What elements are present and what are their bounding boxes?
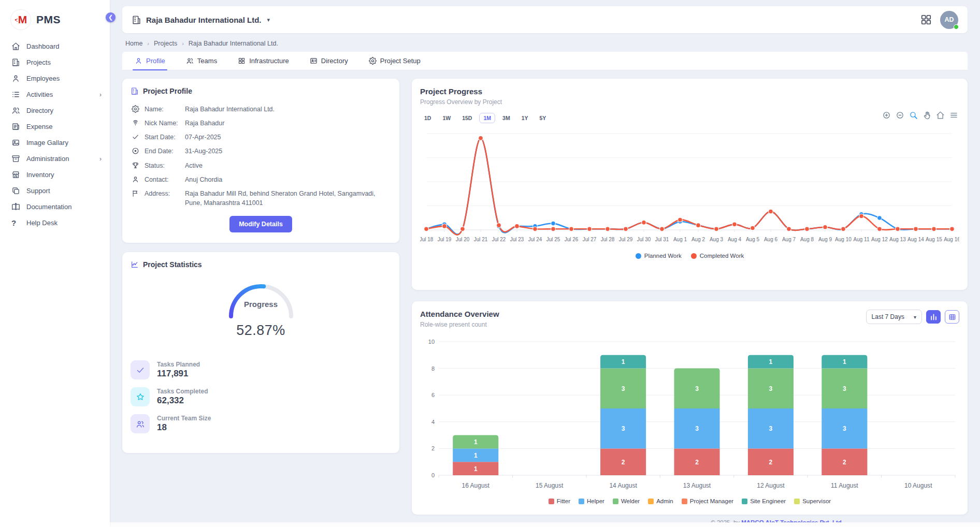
svg-text:Jul 24: Jul 24	[528, 237, 542, 242]
svg-text:Aug 13: Aug 13	[889, 237, 906, 242]
stat-item-tasks-completed: Tasks Completed62,332	[131, 387, 391, 406]
svg-text:2: 2	[431, 445, 435, 451]
breadcrumb-separator: ›	[182, 40, 184, 47]
svg-text:Aug 3: Aug 3	[710, 237, 724, 242]
range-button-5y[interactable]: 5Y	[535, 113, 550, 123]
sidebar-item-directory[interactable]: Directory	[0, 103, 110, 119]
stat-item-current-team-size: Current Team Size18	[131, 414, 391, 433]
tab-infrastructure[interactable]: Infrastructure	[238, 52, 289, 70]
svg-text:3: 3	[695, 425, 699, 432]
legend-item-admin[interactable]: Admin	[648, 498, 673, 504]
sidebar-collapse-button[interactable]: ❮	[106, 12, 116, 22]
range-button-1w[interactable]: 1W	[438, 113, 455, 123]
profile-field-name: Name:Raja Bahadur International Ltd.	[131, 105, 391, 114]
svg-text:1: 1	[474, 452, 478, 459]
zoom-in-icon[interactable]	[882, 111, 891, 120]
progress-card-subtitle: Progress Overview by Project	[420, 98, 959, 106]
legend-item-site-engineer[interactable]: Site Engineer	[742, 498, 786, 504]
date-range-select[interactable]: Last 7 Days ▾	[866, 310, 922, 324]
sidebar-item-support[interactable]: Support	[0, 183, 110, 199]
sidebar-item-projects[interactable]: Projects	[0, 54, 110, 70]
svg-text:Aug 2: Aug 2	[691, 237, 705, 242]
svg-text:3: 3	[622, 385, 625, 392]
apps-grid-icon[interactable]	[920, 14, 932, 25]
receipt-icon	[11, 122, 20, 131]
legend-item-completed-work[interactable]: Completed Work	[691, 253, 744, 259]
legend-item-helper[interactable]: Helper	[579, 498, 604, 504]
sidebar-item-help-desk[interactable]: ?Help Desk	[0, 215, 110, 231]
legend-item-welder[interactable]: Welder	[613, 498, 640, 504]
field-label: Nick Name:	[145, 119, 185, 128]
range-button-1d[interactable]: 1D	[420, 113, 435, 123]
bar-view-button[interactable]	[926, 310, 941, 324]
zoom-out-icon[interactable]	[896, 111, 904, 120]
svg-text:10 August: 10 August	[904, 482, 932, 489]
range-button-15d[interactable]: 15D	[458, 113, 476, 123]
field-label: Name:	[145, 105, 185, 114]
svg-text:Jul 22: Jul 22	[492, 237, 506, 242]
sidebar-item-expense[interactable]: Expense	[0, 119, 110, 135]
profile-field-start-date: Start Date:07-Apr-2025	[131, 133, 391, 142]
store-icon	[11, 170, 20, 179]
magnifier-icon[interactable]	[909, 111, 918, 120]
sidebar-item-label: Support	[26, 187, 50, 195]
menu-icon[interactable]	[949, 111, 958, 120]
tabs-bar: ProfileTeamsInfrastructureDirectoryProje…	[122, 52, 968, 70]
breadcrumb-home[interactable]: Home	[125, 40, 142, 47]
company-selector[interactable]: Raja Bahadur International Ltd. ▾	[132, 15, 270, 25]
tab-project-setup[interactable]: Project Setup	[369, 52, 421, 70]
sidebar-item-inventory[interactable]: Inventory	[0, 167, 110, 183]
stat-value: 18	[157, 422, 211, 433]
breadcrumb-projects[interactable]: Projects	[154, 40, 177, 47]
legend-item-planned-work[interactable]: Planned Work	[636, 253, 682, 259]
sidebar-item-documentation[interactable]: Documentation	[0, 199, 110, 215]
svg-text:8: 8	[431, 365, 435, 372]
modify-details-button[interactable]: Modify Details	[229, 216, 292, 232]
sidebar-item-dashboard[interactable]: Dashboard	[0, 38, 110, 54]
svg-text:3: 3	[769, 385, 773, 392]
home-reset-icon[interactable]	[936, 111, 945, 120]
gauge-value: 52.87%	[131, 323, 391, 339]
sidebar-item-label: Image Gallary	[26, 139, 68, 147]
project-statistics-card: Project Statistics Progress 52.87% Tasks…	[122, 252, 399, 453]
sidebar-item-activities[interactable]: Activities›	[0, 86, 110, 103]
legend-swatch	[648, 499, 654, 504]
sidebar-item-administration[interactable]: Administration›	[0, 151, 110, 167]
range-button-3m[interactable]: 3M	[498, 113, 514, 123]
range-button-1y[interactable]: 1Y	[517, 113, 532, 123]
legend-label: Fitter	[557, 498, 570, 504]
pan-icon[interactable]	[923, 111, 931, 120]
building-card-icon	[131, 87, 139, 95]
legend-label: Welder	[621, 498, 640, 504]
tab-teams[interactable]: Teams	[186, 52, 217, 70]
tab-label: Project Setup	[380, 57, 421, 65]
range-button-1m[interactable]: 1M	[479, 113, 495, 123]
legend-item-fitter[interactable]: Fitter	[549, 498, 570, 504]
copy-icon	[11, 186, 20, 195]
legend-item-supervisor[interactable]: Supervisor	[794, 498, 831, 504]
app-logo[interactable]: M PMS	[0, 7, 110, 38]
svg-text:3: 3	[843, 425, 846, 432]
table-view-button[interactable]	[945, 310, 959, 324]
legend-swatch	[794, 499, 800, 504]
sidebar-item-image-gallary[interactable]: Image Gallary	[0, 135, 110, 151]
sidebar-item-label: Activities	[26, 91, 53, 98]
idcard-icon	[310, 57, 318, 65]
svg-text:2: 2	[769, 459, 773, 466]
svg-text:2: 2	[622, 459, 625, 466]
svg-text:13 August: 13 August	[683, 482, 711, 489]
tab-label: Infrastructure	[249, 57, 289, 65]
user-avatar[interactable]: AD	[940, 11, 958, 29]
field-value: Active	[185, 161, 387, 170]
project-profile-card: Project Profile Name:Raja Bahadur Intern…	[122, 79, 399, 243]
person-icon	[132, 175, 139, 183]
team-icon	[131, 414, 150, 433]
tab-directory[interactable]: Directory	[310, 52, 348, 70]
logo-mark-icon: M	[10, 9, 31, 30]
sidebar-item-employees[interactable]: Employees	[0, 70, 110, 86]
legend-item-project-manager[interactable]: Project Manager	[682, 498, 733, 504]
flag-icon	[132, 189, 139, 197]
tab-profile[interactable]: Profile	[135, 52, 165, 70]
svg-text:Jul 23: Jul 23	[510, 237, 524, 242]
legend-label: Site Engineer	[750, 498, 786, 504]
